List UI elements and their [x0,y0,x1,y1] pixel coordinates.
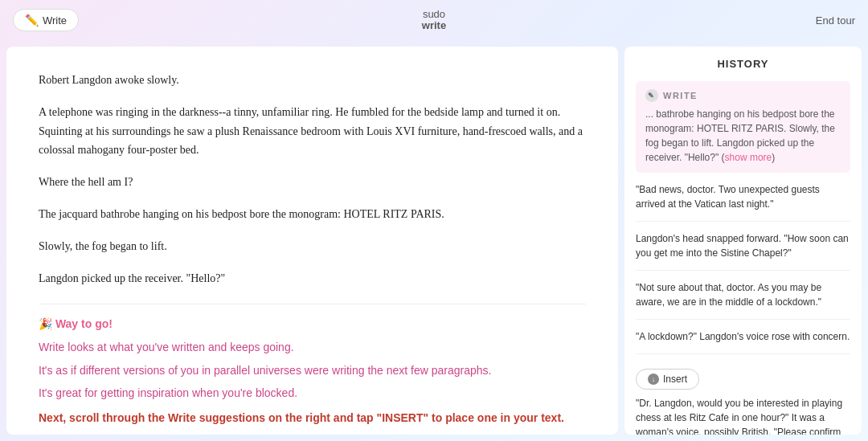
history-write-label: ✎ WRITE [645,89,841,102]
suggestion-desc-2: It's as if different versions of you in … [39,361,586,379]
history-panel[interactable]: History ✎ WRITE ... bathrobe hanging on … [624,47,862,435]
history-write-entry: ✎ WRITE ... bathrobe hanging on his bedp… [636,81,850,173]
paragraph-2: A telephone was ringing in the darkness-… [39,103,586,160]
history-write-text: ... bathrobe hanging on his bedpost bore… [645,107,841,165]
suggestion-cta: Next, scroll through the Write suggestio… [39,409,586,427]
app-logo: sudo write [422,9,446,32]
write-suggestions: 🎉 Way to go! Write looks at what you've … [39,304,586,427]
history-item-3: "Not sure about that, doctor. As you may… [636,280,850,320]
suggestion-desc-3: It's great for getting inspiration when … [39,384,586,402]
history-item-4: "A lockdown?" Langdon's voice rose with … [636,329,850,354]
history-title: History [636,58,850,70]
suggestion-header: 🎉 Way to go! [39,317,586,330]
editor-panel[interactable]: Robert Langdon awoke slowly. A telephone… [6,47,618,435]
write-entry-icon: ✎ [645,89,658,102]
write-button-label: Write [43,14,67,27]
insert-button-container-1: ↓ Insert [636,364,850,396]
history-item-1: "Bad news, doctor. Two unexpected guests… [636,182,850,222]
insert-button-1[interactable]: ↓ Insert [636,369,699,390]
paragraph-3: Where the hell am I? [39,173,586,192]
insert-icon-1: ↓ [648,374,659,385]
history-item-2: Langdon's head snapped forward. "How soo… [636,231,850,271]
logo-line1: sudo [423,9,445,20]
paragraph-6: Langdon picked up the receiver. "Hello?" [39,269,586,288]
pen-icon: ✏️ [25,14,39,27]
end-tour-label: End tour [816,14,855,27]
editor-text: Robert Langdon awoke slowly. A telephone… [39,71,586,288]
show-more-link[interactable]: show more [725,152,772,163]
paragraph-1: Robert Langdon awoke slowly. [39,71,586,90]
paragraph-4: The jacquard bathrobe hanging on his bed… [39,205,586,224]
paragraph-5: Slowly, the fog began to lift. [39,237,586,256]
logo-line2: write [422,20,446,31]
end-tour-button[interactable]: End tour [816,14,855,27]
topbar: ✏️ Write sudo write End tour [0,0,868,40]
write-button[interactable]: ✏️ Write [13,9,79,31]
main-content: Robert Langdon awoke slowly. A telephone… [0,40,868,441]
history-item-5: "Dr. Langdon, would you be interested in… [636,396,850,435]
suggestion-desc-1: Write looks at what you've written and k… [39,338,586,356]
